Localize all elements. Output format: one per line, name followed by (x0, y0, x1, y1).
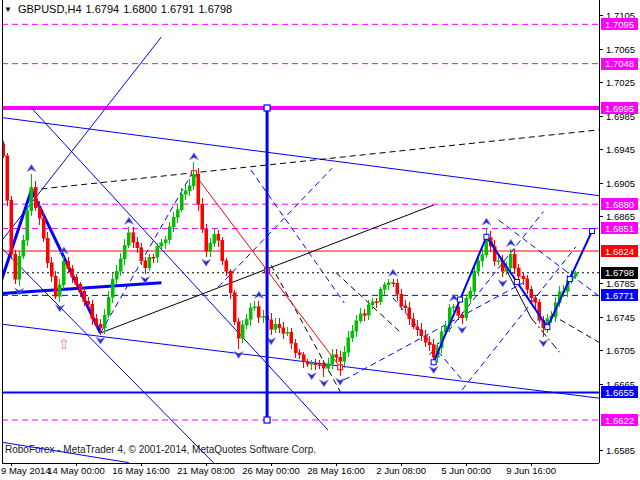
fractal-down-icon (96, 337, 105, 344)
fractal-down-icon (319, 380, 328, 387)
time-tick-label: 9 Jun 16:00 (506, 465, 556, 476)
fractals (15, 153, 548, 387)
chart-canvas: ⇧1.71051.70651.70251.69851.69451.69051.6… (0, 0, 640, 480)
forecast-path-handle[interactable] (567, 277, 572, 282)
candle-body-down (34, 187, 37, 207)
fractal-up-icon (189, 153, 198, 160)
price-tick-label: 1.6745 (606, 312, 635, 323)
price-badge-label: 1.6880 (605, 199, 634, 210)
candle-body-down (14, 254, 17, 279)
candle-body-down (54, 276, 57, 296)
dashed-fall-1[interactable] (251, 170, 344, 303)
time-tick-label: 5 Jun 00:00 (441, 465, 491, 476)
candle-body-down (229, 271, 232, 293)
price-tick-label: 1.6705 (606, 345, 635, 356)
fractal-up-icon (482, 218, 491, 225)
up-arrow-marker[interactable]: ⇧ (58, 336, 70, 352)
candle-body-up (262, 316, 265, 317)
candle-body-down (424, 336, 427, 342)
candle-body-up (465, 298, 468, 318)
candle-body-up (387, 283, 390, 285)
candle-body-up (111, 279, 114, 297)
candle-body-up (497, 261, 500, 262)
price-badge-label: 1.7048 (605, 58, 634, 69)
candle-body-up (164, 240, 167, 243)
candle-body-up (379, 289, 382, 301)
trendline-falling-steep-1[interactable] (31, 108, 328, 430)
fractal-down-icon (458, 326, 467, 333)
candle-body-up (18, 256, 21, 279)
candle-body-down (375, 302, 378, 303)
vertical-line-26-may-handle[interactable] (264, 105, 270, 111)
price-badge-label: 1.6622 (605, 415, 634, 426)
candle-body-up (30, 187, 33, 210)
fractal-down-icon (429, 366, 438, 373)
black-dashed-right[interactable] (551, 315, 600, 343)
candle-body-up (103, 315, 106, 328)
candle-body-up (127, 233, 130, 245)
candle-body-up (347, 338, 350, 353)
forecast-path-handle[interactable] (514, 279, 519, 284)
candle-body-down (282, 328, 285, 333)
candle-body-down (294, 343, 297, 353)
forecast-path-handle[interactable] (484, 234, 489, 239)
candle-body-up (148, 257, 151, 268)
candle-body-up (184, 191, 187, 194)
candle-body-down (432, 345, 435, 358)
forecast-path-handle[interactable] (590, 228, 595, 233)
trendline-channel-upper[interactable] (0, 117, 600, 196)
candle-body-up (123, 245, 126, 259)
mt4-chart-window: ▼ GBPUSD,H4 1.6794 1.6800 1.6791 1.6798 … (0, 0, 640, 480)
price-badge-label: 1.6851 (605, 223, 634, 234)
price-badge-label: 1.6771 (605, 290, 634, 301)
candle-body-up (473, 271, 476, 291)
candle-body-up (172, 217, 175, 227)
plot-area: ⇧ (0, 24, 600, 463)
trendline-channel-lower[interactable] (0, 324, 600, 398)
candle-body-down (257, 307, 260, 318)
candle-body-down (144, 261, 147, 268)
candle-body-up (26, 211, 29, 240)
candle-body-up (351, 331, 354, 337)
trendline-black-dashed[interactable] (31, 130, 600, 190)
price-badge-label: 1.6824 (605, 246, 634, 257)
candle-body-up (469, 291, 472, 298)
candle-body-down (132, 233, 135, 242)
candle-body-down (412, 319, 415, 327)
candle-body-up (62, 261, 65, 285)
candle-body-down (270, 320, 273, 329)
price-tick-label: 1.6865 (606, 211, 635, 222)
candle-body-down (75, 277, 78, 284)
candle-body-up (249, 308, 252, 319)
fractal-down-icon (234, 351, 243, 358)
quote-open: 1.6794 (86, 3, 120, 15)
forecast-path-handle[interactable] (545, 325, 550, 330)
price-badge-label: 1.6655 (605, 387, 634, 398)
candle-body-up (213, 234, 216, 243)
chart-dropdown-icon: ▼ (4, 5, 12, 14)
dashed-rise-5[interactable] (344, 283, 523, 380)
quote-close: 1.6798 (198, 3, 232, 15)
trendline-falling-steep-2[interactable] (0, 245, 214, 463)
price-tick-label: 1.7065 (606, 44, 635, 55)
vertical-line-26-may-handle[interactable] (264, 417, 270, 423)
axes: 1.71051.70651.70251.69851.69451.69051.68… (1, 0, 638, 476)
time-tick-label: 14 May 00:00 (47, 465, 105, 476)
candle-body-up (253, 307, 256, 308)
candle-body-up (331, 355, 334, 364)
candle-body-down (95, 319, 98, 325)
candle-body-down (298, 353, 301, 355)
candle-body-up (241, 325, 244, 338)
black-dashed-steep-1[interactable] (271, 265, 340, 391)
candle-body-up (359, 314, 362, 321)
candle-body-up (343, 352, 346, 361)
forecast-path-handle[interactable] (431, 360, 436, 365)
forecast-path-handle[interactable] (458, 297, 463, 302)
trendline-bottom-left[interactable] (0, 442, 129, 463)
candle-body-down (217, 234, 220, 240)
price-tick-label: 1.6905 (606, 178, 635, 189)
candle-body-up (355, 321, 358, 332)
candle-body-up (180, 194, 183, 210)
dashed-fall-3[interactable] (393, 298, 462, 380)
candle-body-down (91, 304, 94, 318)
